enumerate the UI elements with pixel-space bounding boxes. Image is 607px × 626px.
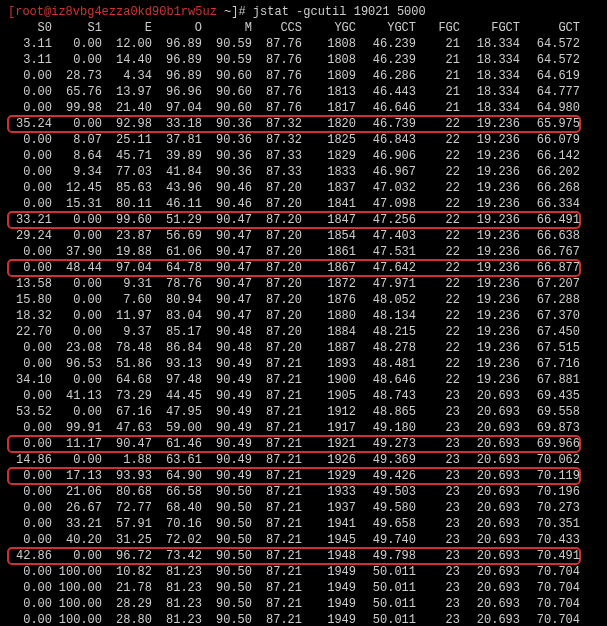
cell: 70.704 <box>520 596 580 612</box>
cell: 96.53 <box>52 356 102 372</box>
table-row: 0.0017.1393.9364.9090.4987.21192949.4262… <box>8 468 580 484</box>
cell: 19.236 <box>460 244 520 260</box>
cell: 1.88 <box>102 452 152 468</box>
table-row: 0.0028.734.3496.8990.6087.76180946.28621… <box>8 68 580 84</box>
cell: 18.334 <box>460 84 520 100</box>
cell: 64.90 <box>152 468 202 484</box>
cell: 50.011 <box>356 580 416 596</box>
cell: 72.02 <box>152 532 202 548</box>
cell: 12.00 <box>102 36 152 52</box>
cell: 0.00 <box>8 468 52 484</box>
cell: 47.032 <box>356 180 416 196</box>
cell: 0.00 <box>8 244 52 260</box>
cell: 87.20 <box>252 244 302 260</box>
cell: 90.60 <box>202 100 252 116</box>
cell: 33.21 <box>8 212 52 228</box>
cell: 48.278 <box>356 340 416 356</box>
cell: 7.60 <box>102 292 152 308</box>
cell: 67.450 <box>520 324 580 340</box>
cell: 87.76 <box>252 52 302 68</box>
cell: 11.97 <box>102 308 152 324</box>
cell: 20.693 <box>460 612 520 626</box>
cell: 78.48 <box>102 340 152 356</box>
cell: 47.403 <box>356 228 416 244</box>
cell: 23 <box>416 452 460 468</box>
cell: 22 <box>416 324 460 340</box>
cell: 46.646 <box>356 100 416 116</box>
table-row: 34.100.0064.6897.4890.4987.21190048.6462… <box>8 372 580 388</box>
cell: 22 <box>416 212 460 228</box>
cell: 46.239 <box>356 36 416 52</box>
cell: 87.20 <box>252 340 302 356</box>
cell: 90.36 <box>202 148 252 164</box>
cell: 21 <box>416 100 460 116</box>
cell: 48.44 <box>52 260 102 276</box>
cell: 90.50 <box>202 516 252 532</box>
cell: 1949 <box>302 564 356 580</box>
cell: 73.42 <box>152 548 202 564</box>
cell: 87.33 <box>252 148 302 164</box>
cell: 90.47 <box>102 436 152 452</box>
cell: 0.00 <box>8 388 52 404</box>
cell: 90.47 <box>202 276 252 292</box>
cell: 46.739 <box>356 116 416 132</box>
cell: 67.716 <box>520 356 580 372</box>
cell: 100.00 <box>52 612 102 626</box>
jstat-output-table: S0S1EOMCCSYGCYGCTFGCFGCTGCT 3.110.0012.0… <box>8 20 580 626</box>
cell: 90.50 <box>202 548 252 564</box>
cell: 81.23 <box>152 596 202 612</box>
cell: 29.24 <box>8 228 52 244</box>
cell: 49.798 <box>356 548 416 564</box>
table-row: 0.008.6445.7139.8990.3687.33182946.90622… <box>8 148 580 164</box>
table-row: 0.00100.0021.7881.2390.5087.21194950.011… <box>8 580 580 596</box>
cell: 20.693 <box>460 452 520 468</box>
col-header-gct: GCT <box>520 20 580 36</box>
cell: 8.64 <box>52 148 102 164</box>
cell: 21.40 <box>102 100 152 116</box>
cell: 93.93 <box>102 468 152 484</box>
table-row: 35.240.0092.9833.1890.3687.32182046.7392… <box>8 116 580 132</box>
cell: 0.00 <box>8 180 52 196</box>
cell: 1949 <box>302 580 356 596</box>
cell: 28.29 <box>102 596 152 612</box>
cell: 70.433 <box>520 532 580 548</box>
cell: 0.00 <box>8 164 52 180</box>
cell: 80.94 <box>152 292 202 308</box>
cell: 50.011 <box>356 612 416 626</box>
cell: 22 <box>416 180 460 196</box>
cell: 90.50 <box>202 596 252 612</box>
cell: 23 <box>416 484 460 500</box>
col-header-ccs: CCS <box>252 20 302 36</box>
cell: 10.82 <box>102 564 152 580</box>
cell: 90.47 <box>202 292 252 308</box>
cell: 85.17 <box>152 324 202 340</box>
cell: 0.00 <box>52 116 102 132</box>
table-row: 53.520.0067.1647.9590.4987.21191248.8652… <box>8 404 580 420</box>
cell: 50.011 <box>356 564 416 580</box>
cell: 92.98 <box>102 116 152 132</box>
cell: 49.658 <box>356 516 416 532</box>
cell: 0.00 <box>52 276 102 292</box>
cell: 90.46 <box>202 196 252 212</box>
cell: 0.00 <box>8 436 52 452</box>
table-row: 0.008.0725.1137.8190.3687.32182546.84322… <box>8 132 580 148</box>
cell: 67.881 <box>520 372 580 388</box>
cell: 46.843 <box>356 132 416 148</box>
cell: 87.76 <box>252 68 302 84</box>
cell: 22 <box>416 148 460 164</box>
table-row: 0.0037.9019.8861.0690.4787.20186147.5312… <box>8 244 580 260</box>
cell: 22 <box>416 276 460 292</box>
cell: 100.00 <box>52 580 102 596</box>
cell: 86.84 <box>152 340 202 356</box>
cell: 19.236 <box>460 324 520 340</box>
table-row: 0.00100.0010.8281.2390.5087.21194950.011… <box>8 564 580 580</box>
cell: 1941 <box>302 516 356 532</box>
cell: 23 <box>416 596 460 612</box>
cell: 90.59 <box>202 36 252 52</box>
cell: 28.80 <box>102 612 152 626</box>
cell: 34.10 <box>8 372 52 388</box>
cell: 46.967 <box>356 164 416 180</box>
cell: 80.68 <box>102 484 152 500</box>
cell: 28.73 <box>52 68 102 84</box>
cell: 87.20 <box>252 228 302 244</box>
